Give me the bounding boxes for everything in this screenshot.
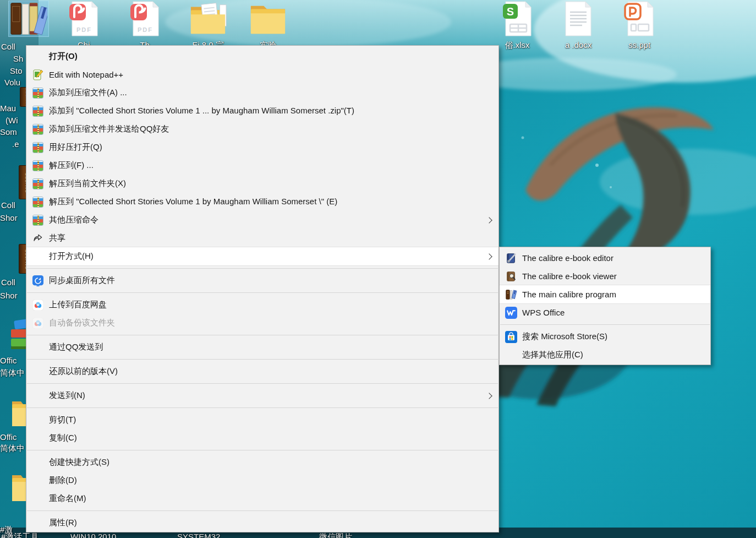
calibre-viewer-icon: [505, 270, 517, 282]
submenu-item-calibre-viewer[interactable]: The calibre e-book viewer: [500, 267, 710, 285]
menu-separator: [500, 324, 710, 325]
menu-item-auto-backup-folder[interactable]: 自动备份该文件夹: [26, 314, 498, 332]
calibre-main-icon: [505, 289, 517, 301]
menu-item-delete[interactable]: 删除(D): [26, 471, 498, 490]
menu-separator: [27, 359, 498, 360]
icon-spacer: [32, 414, 44, 426]
submenu-arrow-icon: [486, 217, 492, 223]
menu-item-sync-desktop-files[interactable]: 同步桌面所有文件: [26, 271, 498, 290]
haozip-archive-icon: [32, 196, 44, 208]
desktop: PDF Chi PDF Th: [0, 0, 756, 538]
menu-item-add-to-archive[interactable]: 添加到压缩文件(A) ...: [26, 84, 498, 102]
icon-spacer: [32, 366, 44, 378]
menu-item-upload-baidu-netdisk[interactable]: 上传到百度网盘: [26, 296, 498, 314]
baidu-netdisk-icon: [32, 317, 44, 329]
menu-separator: [27, 292, 498, 293]
menu-item-cut[interactable]: 剪切(T): [26, 411, 498, 429]
desktop-label-fragment: SYSTEM32: [177, 532, 220, 538]
menu-item-add-to-named-zip[interactable]: 添加到 "Collected Short Stories Volume 1 ..…: [26, 102, 498, 120]
icon-spacer: [32, 517, 44, 529]
icon-spacer: [32, 493, 44, 505]
menu-item-open-with[interactable]: 打开方式(H): [26, 247, 498, 265]
haozip-archive-icon: [32, 105, 44, 117]
menu-item-create-shortcut[interactable]: 创建快捷方式(S): [26, 453, 498, 471]
menu-item-send-via-qq[interactable]: 通过QQ发送到: [26, 338, 498, 356]
menu-item-send-to[interactable]: 发送到(N): [26, 387, 498, 405]
baidu-netdisk-icon: [32, 299, 44, 311]
submenu-item-search-ms-store[interactable]: 搜索 Microsoft Store(S): [500, 328, 710, 346]
menu-item-edit-notepadpp[interactable]: Edit with Notepad++: [26, 66, 498, 84]
haozip-archive-icon: [32, 178, 44, 190]
submenu-arrow-icon: [486, 253, 492, 259]
menu-item-extract-to[interactable]: 解压到(F) ...: [26, 156, 498, 175]
menu-item-extract-to-named-folder[interactable]: 解压到 "Collected Short Stories Volume 1 by…: [26, 193, 498, 211]
menu-item-add-archive-send-qq[interactable]: 添加到压缩文件并发送给QQ好友: [26, 120, 498, 138]
share-icon: [32, 232, 44, 244]
menu-item-rename[interactable]: 重命名(M): [26, 490, 498, 508]
icon-spacer: [32, 251, 44, 263]
icon-spacer: [32, 457, 44, 469]
menu-item-extract-current-folder[interactable]: 解压到当前文件夹(X): [26, 175, 498, 193]
menu-item-other-archive-commands[interactable]: 其他压缩命令: [26, 211, 498, 229]
desktop-label-fragment: #激活工具: [1, 532, 39, 538]
menu-separator: [27, 335, 498, 335]
menu-separator: [27, 383, 498, 384]
menu-separator: [27, 268, 498, 269]
menu-item-copy[interactable]: 复制(C): [26, 429, 498, 447]
haozip-archive-icon: [32, 87, 44, 99]
menu-item-open[interactable]: 打开(O): [26, 47, 498, 66]
icon-spacer: [32, 475, 44, 487]
menu-item-open-with-haozip[interactable]: 用好压打开(Q): [26, 138, 498, 156]
icon-spacer: [505, 349, 517, 361]
context-menu: 打开(O) Edit with Notepad++ 添加到压缩文件(A) ...…: [26, 45, 499, 532]
menu-separator: [27, 510, 498, 511]
icon-spacer: [32, 432, 44, 444]
sync-icon: [32, 275, 44, 287]
menu-separator: [27, 450, 498, 450]
icon-spacer: [32, 390, 44, 402]
haozip-archive-icon: [32, 142, 44, 154]
submenu-item-calibre-main[interactable]: The main calibre program: [500, 285, 710, 303]
submenu-arrow-icon: [486, 393, 492, 399]
menu-item-restore-previous-versions[interactable]: 还原以前的版本(V): [26, 362, 498, 381]
haozip-archive-icon: [32, 214, 44, 226]
menu-item-share[interactable]: 共享: [26, 229, 498, 247]
microsoft-store-icon: [505, 331, 517, 343]
menu-item-properties[interactable]: 属性(R): [26, 514, 498, 532]
icon-spacer: [32, 341, 44, 354]
submenu-item-wps-office[interactable]: WPS Office: [500, 303, 710, 322]
open-with-submenu: The calibre e-book editor The calibre e-…: [499, 247, 711, 365]
notepadpp-icon: [32, 69, 44, 81]
desktop-label-fragment: WIN10 2010: [70, 532, 116, 538]
calibre-editor-icon: [505, 252, 517, 264]
submenu-item-choose-other-app[interactable]: 选择其他应用(C): [500, 346, 710, 364]
haozip-archive-icon: [32, 123, 44, 135]
wps-office-icon: [505, 307, 517, 319]
submenu-item-calibre-editor[interactable]: The calibre e-book editor: [500, 249, 710, 267]
haozip-archive-icon: [32, 160, 44, 172]
desktop-label-fragment: 微信图片: [319, 532, 352, 538]
menu-separator: [27, 407, 498, 408]
icon-spacer: [32, 51, 44, 63]
